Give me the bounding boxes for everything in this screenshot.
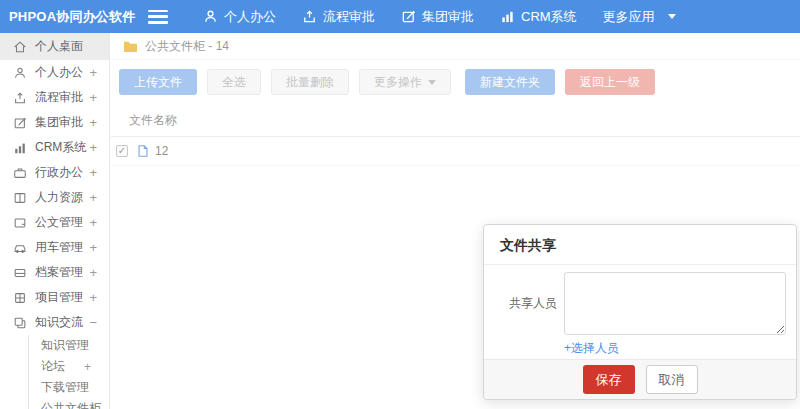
toolbar: 上传文件 全选 批量删除 更多操作 新建文件夹 返回上一级 [111, 60, 800, 104]
briefcase-icon [12, 165, 27, 180]
topbar: PHPOA协同办公软件 个人办公 流程审批 集团审批 CRM系统 更多应用 [0, 0, 800, 33]
sidebar-item-documents[interactable]: 公文管理 + [0, 210, 109, 235]
book-icon [12, 190, 27, 205]
file-name[interactable]: 12 [155, 144, 168, 158]
sidebar: 个人桌面 个人办公 + 流程审批 + 集团审批 + CRM系统 + 行政办公 + [0, 33, 110, 409]
back-button[interactable]: 返回上一级 [565, 69, 655, 95]
user-icon [12, 65, 27, 80]
sidebar-item-crm[interactable]: CRM系统 + [0, 135, 109, 160]
sidebar-item-knowledge[interactable]: 知识交流 − [0, 310, 109, 335]
caret-down-icon [428, 80, 436, 85]
topnav-group-approval[interactable]: 集团审批 [388, 0, 487, 33]
sidebar-item-desktop[interactable]: 个人桌面 [0, 33, 109, 60]
sidebar-item-archives[interactable]: 档案管理 + [0, 260, 109, 285]
sidebar-subitem-downloads[interactable]: 下载管理 [29, 377, 109, 398]
select-all-button[interactable]: 全选 [207, 69, 261, 95]
file-icon [136, 144, 150, 158]
document-icon [12, 215, 27, 230]
project-icon [12, 290, 27, 305]
sidebar-item-projects[interactable]: 项目管理 + [0, 285, 109, 310]
layers-icon [12, 315, 27, 330]
upload-icon [12, 90, 27, 105]
upload-file-button[interactable]: 上传文件 [119, 69, 197, 95]
more-operations-button[interactable]: 更多操作 [359, 69, 451, 95]
batch-delete-button[interactable]: 批量删除 [271, 69, 349, 95]
archive-icon [12, 265, 27, 280]
sidebar-subitem-forum[interactable]: 论坛 + [29, 356, 109, 377]
topnav-crm[interactable]: CRM系统 [487, 0, 590, 33]
car-icon [12, 240, 27, 255]
caret-down-icon [668, 14, 676, 19]
sidebar-item-admin-office[interactable]: 行政办公 + [0, 160, 109, 185]
sidebar-subitem-public-file-cabinet[interactable]: 公共文件柜 [29, 398, 109, 409]
file-share-modal: 文件共享 共享人员 +选择人员 保存 取消 [483, 224, 797, 400]
new-folder-button[interactable]: 新建文件夹 [465, 69, 555, 95]
modal-footer: 保存 取消 [484, 359, 796, 399]
chart-icon [500, 9, 515, 24]
sidebar-item-group-approval[interactable]: 集团审批 + [0, 110, 109, 135]
table-row[interactable]: ✓ 12 [111, 137, 800, 166]
sidebar-item-personal-office[interactable]: 个人办公 + [0, 60, 109, 85]
app-logo: PHPOA协同办公软件 [0, 8, 110, 26]
modal-body: 共享人员 +选择人员 [484, 265, 796, 359]
sidebar-subitem-knowledge-mgmt[interactable]: 知识管理 [29, 335, 109, 356]
sidebar-item-workflow-approval[interactable]: 流程审批 + [0, 85, 109, 110]
row-checkbox[interactable]: ✓ [116, 145, 128, 157]
topnav-more-apps[interactable]: 更多应用 [590, 0, 689, 33]
chart-icon [12, 140, 27, 155]
home-icon [12, 39, 27, 54]
app-window: PHPOA协同办公软件 个人办公 流程审批 集团审批 CRM系统 更多应用 [0, 0, 800, 409]
user-icon [203, 9, 218, 24]
menu-icon[interactable] [148, 10, 168, 24]
edit-icon [12, 115, 27, 130]
sidebar-item-vehicles[interactable]: 用车管理 + [0, 235, 109, 260]
select-members-link[interactable]: +选择人员 [564, 340, 619, 357]
topnav-personal-office[interactable]: 个人办公 [190, 0, 289, 33]
topnav-workflow-approval[interactable]: 流程审批 [289, 0, 388, 33]
save-button[interactable]: 保存 [583, 365, 635, 394]
top-navigation: 个人办公 流程审批 集团审批 CRM系统 更多应用 [190, 0, 689, 33]
sidebar-item-hr[interactable]: 人力资源 + [0, 185, 109, 210]
modal-header: 文件共享 [484, 225, 796, 265]
folder-icon [123, 40, 138, 53]
share-members-textarea[interactable] [564, 272, 786, 335]
cancel-button[interactable]: 取消 [646, 365, 698, 394]
breadcrumb: 公共文件柜 - 14 [111, 33, 800, 60]
modal-title: 文件共享 [500, 237, 556, 253]
sidebar-knowledge-submenu: 知识管理 论坛 + 下载管理 公共文件柜 [28, 335, 109, 409]
column-header-filename: 文件名称 [111, 106, 800, 137]
file-table: 文件名称 ✓ 12 [111, 106, 800, 166]
edit-icon [401, 9, 416, 24]
upload-icon [302, 9, 317, 24]
share-members-label: 共享人员 [509, 295, 564, 312]
